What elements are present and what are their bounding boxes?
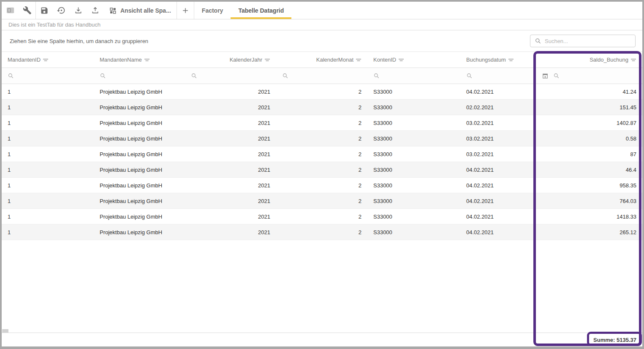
cell-kalenderjahr: 2021 (185, 193, 276, 208)
cell-kalendermonat: 2 (276, 178, 367, 193)
cell-kalendermonat: 2 (276, 193, 367, 208)
cell-mandantenid: 1 (2, 84, 94, 99)
header-filter-icon[interactable] (508, 57, 514, 63)
column-header-mandantenname[interactable]: MandantenName (94, 52, 185, 68)
cell-kontenid: S33000 (367, 84, 460, 99)
cell-kalendermonat: 2 (276, 115, 367, 130)
filter-cell-kalenderjahr[interactable] (185, 68, 276, 84)
filter-cell-mandantenid[interactable] (2, 68, 94, 84)
column-header-label: Buchungsdatum (466, 57, 506, 63)
upload-button[interactable] (87, 2, 103, 19)
filter-cell-buchungsdatum[interactable] (460, 68, 536, 84)
view-all-columns-label: Ansicht alle Spa... (120, 7, 171, 14)
search-icon (8, 73, 14, 79)
search-icon (100, 73, 106, 79)
cell-kalendermonat: 2 (276, 84, 367, 99)
cell-mandantenid: 1 (2, 131, 94, 146)
cell-buchungsdatum: 04.02.2021 (460, 193, 536, 208)
settings-button[interactable] (19, 2, 35, 19)
column-header-mandantenid[interactable]: MandantenID (2, 52, 94, 68)
cell-mandantenname: Projektbau Leipzig GmbH (94, 209, 185, 224)
cell-kalenderjahr: 2021 (185, 146, 276, 162)
info-bar-text: Dies ist ein TestTab für das Handbuch (8, 22, 101, 28)
table-row[interactable]: 1 Projektbau Leipzig GmbH 2021 2 S33000 … (2, 115, 642, 131)
grid-filter-row (2, 68, 642, 84)
table-row[interactable]: 1 Projektbau Leipzig GmbH 2021 2 S33000 … (2, 193, 642, 209)
wrench-icon (23, 6, 32, 15)
cell-buchungsdatum: 04.02.2021 (460, 209, 536, 224)
plus-icon (181, 6, 190, 15)
filter-cell-kalendermonat[interactable] (276, 68, 367, 84)
view-all-columns-button[interactable]: Ansicht alle Spa... (103, 2, 177, 19)
group-panel-hint: Ziehen Sie eine Spalte hierhin, um danac… (10, 38, 148, 44)
save-icon (40, 6, 49, 15)
table-row[interactable]: 1 Projektbau Leipzig GmbH 2021 2 S33000 … (2, 225, 642, 240)
panel-toggle-icon (5, 5, 15, 15)
panel-toggle-button[interactable] (2, 2, 19, 19)
column-header-label: KalenderMonat (316, 57, 353, 63)
header-filter-icon[interactable] (43, 57, 49, 63)
save-button[interactable] (36, 2, 53, 19)
tab-label: Factory (202, 7, 223, 14)
header-filter-icon[interactable] (144, 57, 150, 63)
tab-factory[interactable]: Factory (194, 2, 231, 19)
cell-kalenderjahr: 2021 (185, 115, 276, 130)
column-header-label: Saldo_Buchung (590, 57, 628, 63)
cell-saldo-buchung: 1402.87 (536, 115, 642, 130)
table-row[interactable]: 1 Projektbau Leipzig GmbH 2021 2 S33000 … (2, 146, 642, 162)
table-row[interactable]: 1 Projektbau Leipzig GmbH 2021 2 S33000 … (2, 209, 642, 225)
search-input[interactable] (545, 38, 631, 44)
column-header-kalendermonat[interactable]: KalenderMonat (276, 52, 367, 68)
column-header-label: KalenderJahr (230, 57, 262, 63)
table-row[interactable]: 1 Projektbau Leipzig GmbH 2021 2 S33000 … (2, 178, 642, 193)
cell-buchungsdatum: 04.02.2021 (460, 162, 536, 177)
summary-total: Summe: 5135.37 (536, 337, 642, 343)
filter-cell-kontenid[interactable] (367, 68, 460, 84)
cell-kontenid: S33000 (367, 115, 460, 130)
cell-mandantenname: Projektbau Leipzig GmbH (94, 225, 185, 240)
search-box[interactable] (530, 35, 636, 47)
add-tab-button[interactable] (177, 2, 194, 19)
table-row[interactable]: 1 Projektbau Leipzig GmbH 2021 2 S33000 … (2, 162, 642, 178)
filter-cell-saldo-buchung[interactable] (536, 68, 642, 84)
cell-kalenderjahr: 2021 (185, 162, 276, 177)
download-icon (74, 6, 83, 15)
cell-kalendermonat: 2 (276, 225, 367, 240)
cell-kontenid: S33000 (367, 100, 460, 115)
horizontal-scrollbar-thumb[interactable] (2, 329, 8, 333)
column-header-label: MandantenName (100, 57, 142, 63)
cell-saldo-buchung: 958.35 (536, 178, 642, 193)
cell-mandantenname: Projektbau Leipzig GmbH (94, 178, 185, 193)
header-filter-icon[interactable] (398, 57, 404, 63)
column-header-buchungsdatum[interactable]: Buchungsdatum (460, 52, 536, 68)
column-header-label: MandantenID (8, 57, 41, 63)
cell-saldo-buchung: 41.24 (536, 84, 642, 99)
cell-kontenid: S33000 (367, 162, 460, 177)
cell-mandantenid: 1 (2, 146, 94, 162)
column-header-kontenid[interactable]: KontenID (367, 52, 460, 68)
toolbar: Ansicht alle Spa... Factory Tabelle Data… (2, 2, 642, 19)
cell-kontenid: S33000 (367, 146, 460, 162)
header-filter-icon[interactable] (264, 57, 270, 63)
cell-saldo-buchung: 151.45 (536, 100, 642, 115)
cell-kontenid: S33000 (367, 225, 460, 240)
column-header-saldo-buchung[interactable]: Saldo_Buchung (536, 52, 642, 68)
tab-bar: Factory Tabelle Datagrid (194, 2, 291, 19)
restore-button[interactable] (53, 2, 70, 19)
cell-mandantenid: 1 (2, 209, 94, 224)
cell-kontenid: S33000 (367, 193, 460, 208)
calendar-icon[interactable] (542, 73, 549, 79)
header-filter-icon[interactable] (356, 57, 361, 63)
cell-kalendermonat: 2 (276, 100, 367, 115)
download-button[interactable] (70, 2, 87, 19)
table-row[interactable]: 1 Projektbau Leipzig GmbH 2021 2 S33000 … (2, 131, 642, 146)
tab-tabelle-datagrid[interactable]: Tabelle Datagrid (231, 2, 291, 19)
column-header-label: KontenID (373, 57, 396, 63)
filter-cell-mandantenname[interactable] (94, 68, 185, 84)
cell-kalendermonat: 2 (276, 209, 367, 224)
table-row[interactable]: 1 Projektbau Leipzig GmbH 2021 2 S33000 … (2, 100, 642, 115)
cell-mandantenid: 1 (2, 100, 94, 115)
column-header-kalenderjahr[interactable]: KalenderJahr (185, 52, 276, 68)
header-filter-icon[interactable] (630, 57, 636, 63)
table-row[interactable]: 1 Projektbau Leipzig GmbH 2021 2 S33000 … (2, 84, 642, 100)
